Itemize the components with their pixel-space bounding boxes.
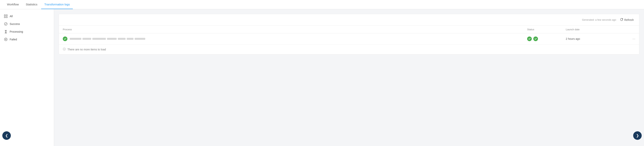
prev-arrow-button[interactable]: ❮ xyxy=(2,131,11,140)
top-navigation: Workflow Statistics Transformation logs xyxy=(0,0,644,9)
svg-point-10 xyxy=(64,48,64,49)
more-options-icon[interactable]: ··· xyxy=(632,37,635,41)
status-cell xyxy=(527,36,566,41)
svg-point-4 xyxy=(4,22,7,26)
column-status: Status xyxy=(527,28,566,31)
refresh-button[interactable]: Refresh xyxy=(618,17,635,22)
no-more-items-label: There are no more items to load xyxy=(68,48,106,51)
content-area: Generated: a few seconds ago Refresh Pro… xyxy=(54,9,644,146)
refresh-icon xyxy=(620,18,623,22)
no-more-items: There are no more items to load xyxy=(59,44,639,54)
table-header: Process Status Launch date xyxy=(59,26,639,34)
status-check-2 xyxy=(533,36,538,41)
status-check-1 xyxy=(527,36,532,41)
sidebar-item-success[interactable]: Success xyxy=(0,20,54,28)
chevron-right-icon: ❯ xyxy=(636,134,639,138)
placeholder-bar-5 xyxy=(118,38,126,40)
placeholder-bar-3 xyxy=(92,38,106,40)
svg-rect-3 xyxy=(6,16,7,18)
process-cell xyxy=(63,36,527,41)
next-arrow-button[interactable]: ❯ xyxy=(633,131,642,140)
main-layout: All Success Processing xyxy=(0,9,644,146)
process-text-placeholder xyxy=(70,38,145,40)
card-header: Generated: a few seconds ago Refresh xyxy=(59,14,639,26)
placeholder-bar-7 xyxy=(135,38,145,40)
sidebar-item-processing[interactable]: Processing xyxy=(0,28,54,36)
generated-timestamp: Generated: a few seconds ago xyxy=(582,18,616,21)
svg-rect-2 xyxy=(4,16,6,18)
grid-icon xyxy=(4,14,8,18)
column-process: Process xyxy=(63,28,527,31)
tab-transformation-logs[interactable]: Transformation logs xyxy=(41,0,73,9)
tab-statistics[interactable]: Statistics xyxy=(22,0,40,9)
refresh-label: Refresh xyxy=(624,18,634,22)
circle-x-icon xyxy=(4,38,8,41)
launch-date-cell: 2 hours ago xyxy=(566,37,624,40)
hourglass-icon xyxy=(4,30,8,34)
sidebar-item-all-label: All xyxy=(10,15,13,18)
placeholder-bar-2 xyxy=(82,38,91,40)
column-launch-date: Launch date xyxy=(566,28,624,31)
process-check-icon xyxy=(63,36,68,41)
info-icon xyxy=(63,48,66,51)
placeholder-bar-6 xyxy=(127,38,134,40)
sidebar: All Success Processing xyxy=(0,9,54,146)
column-actions xyxy=(624,28,635,31)
chevron-left-icon: ❮ xyxy=(5,134,8,138)
tab-workflow[interactable]: Workflow xyxy=(4,0,22,9)
actions-cell[interactable]: ··· xyxy=(624,37,635,41)
svg-rect-1 xyxy=(6,15,7,16)
sidebar-item-processing-label: Processing xyxy=(10,30,23,33)
sidebar-item-success-label: Success xyxy=(10,22,20,26)
sidebar-item-failed-label: Failed xyxy=(10,38,17,41)
table-row: 2 hours ago ··· xyxy=(59,34,639,44)
content-card: Generated: a few seconds ago Refresh Pro… xyxy=(59,14,639,54)
sidebar-item-all[interactable]: All xyxy=(0,12,54,20)
circle-check-icon xyxy=(4,22,8,26)
placeholder-bar-4 xyxy=(107,38,117,40)
placeholder-bar-1 xyxy=(70,38,81,40)
svg-rect-0 xyxy=(4,15,6,16)
sidebar-item-failed[interactable]: Failed xyxy=(0,36,54,43)
